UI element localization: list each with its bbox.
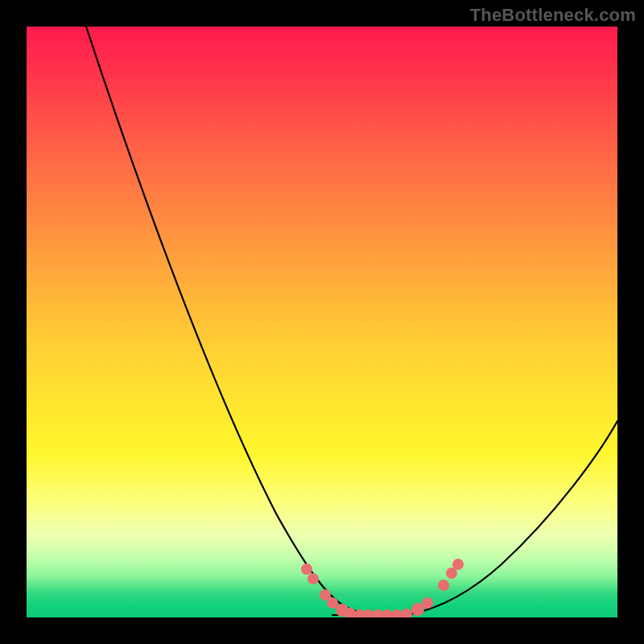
- marker-point: [327, 597, 338, 609]
- chart-plot-area: [27, 27, 617, 617]
- chart-frame: TheBottleneck.com: [0, 0, 644, 644]
- chart-svg: [27, 27, 617, 617]
- marker-point: [438, 580, 449, 591]
- marker-point: [401, 609, 412, 617]
- curve-left: [86, 27, 378, 615]
- marker-point: [372, 609, 383, 617]
- marker-point: [308, 573, 319, 584]
- watermark-text: TheBottleneck.com: [470, 5, 636, 26]
- markers-group: [301, 559, 464, 617]
- marker-point: [452, 559, 464, 570]
- marker-point: [422, 597, 433, 609]
- marker-point: [382, 609, 393, 617]
- marker-point: [362, 609, 374, 617]
- marker-point: [301, 564, 312, 575]
- marker-point: [391, 609, 402, 617]
